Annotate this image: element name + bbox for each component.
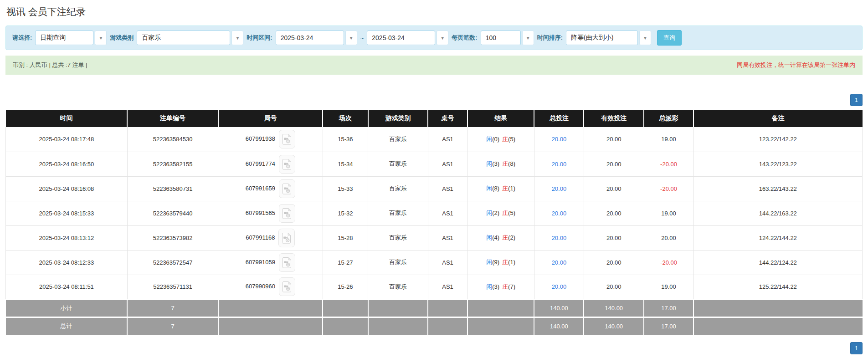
banker-count: (1) [508, 259, 515, 266]
player-count: (4) [492, 234, 499, 241]
total-label: 总计 [6, 317, 128, 335]
table-no-cell: AS1 [428, 152, 467, 176]
chevron-down-icon[interactable]: ▼ [345, 31, 357, 45]
video-replay-icon[interactable] [279, 277, 295, 296]
col-header-remark: 备注 [693, 110, 862, 127]
valid-bet-cell: 20.00 [584, 176, 644, 201]
total-bet-link[interactable]: 20.00 [552, 235, 567, 241]
chevron-down-icon[interactable]: ▼ [639, 31, 651, 45]
round-no: 607990960 [246, 283, 275, 290]
banker-result: 庄 [502, 234, 508, 241]
round-no-cell: 607991059 [218, 250, 323, 275]
player-result: 闲 [486, 136, 492, 143]
col-header-total-bet: 总投注 [534, 110, 584, 127]
payout-cell: -20.00 [644, 152, 693, 176]
game-type-cell: 百家乐 [368, 152, 428, 176]
total-bet-link[interactable]: 20.00 [552, 210, 567, 217]
date-from-picker[interactable]: 2025-03-24 ▼ [276, 31, 357, 45]
valid-bet-cell: 20.00 [584, 152, 644, 176]
table-header: 时间 注单编号 局号 场次 游戏类别 桌号 结果 总投注 有效投注 总派彩 备注 [6, 110, 863, 127]
banker-count: (5) [508, 136, 515, 143]
chevron-down-icon[interactable]: ▼ [522, 31, 534, 45]
col-header-bet-no: 注单编号 [127, 110, 218, 127]
bet-time-cell: 2025-03-24 08:16:50 [6, 152, 128, 176]
time-sort-select[interactable]: 降幂(由大到小) ▼ [566, 31, 651, 45]
banker-result: 庄 [502, 160, 508, 167]
pagination-bottom: 1 [5, 342, 863, 354]
query-type-select[interactable]: 日期查询 ▼ [35, 31, 107, 45]
currency-total-text: 币别 : 人民币 | 总共 :7 注单 | [13, 61, 87, 69]
video-replay-icon[interactable] [279, 130, 295, 148]
session-cell: 15-34 [323, 152, 368, 176]
total-payout: 17.00 [644, 317, 693, 335]
page-size-select[interactable]: 100 ▼ [481, 31, 534, 45]
banker-count: (1) [508, 185, 515, 192]
date-to-picker[interactable]: 2025-03-24 ▼ [367, 31, 448, 45]
remark-cell: 123.22/142.22 [693, 127, 862, 152]
video-replay-icon[interactable] [279, 155, 295, 174]
bet-time-cell: 2025-03-24 08:13:12 [6, 225, 128, 250]
total-bet-link[interactable]: 20.00 [552, 259, 567, 266]
game-type-label: 游戏类别 [110, 34, 134, 42]
chevron-down-icon[interactable]: ▼ [95, 31, 107, 45]
round-no-cell: 607991168 [218, 225, 323, 250]
range-tilde: ~ [360, 35, 364, 41]
page-1-button[interactable]: 1 [850, 342, 863, 354]
video-replay-icon[interactable] [279, 253, 295, 272]
round-no: 607991059 [246, 258, 275, 265]
page-1-button[interactable]: 1 [850, 94, 863, 106]
game-type-select[interactable]: 百家乐 ▼ [137, 31, 243, 45]
player-result: 闲 [486, 259, 492, 266]
col-header-time: 时间 [6, 110, 128, 127]
session-cell: 15-27 [323, 250, 368, 275]
table-no-cell: AS1 [428, 127, 467, 152]
subtotal-valid-bet: 140.00 [584, 299, 644, 317]
result-cell: 闲(4)庄(2) [467, 225, 534, 250]
player-count: (3) [492, 160, 499, 167]
session-cell: 15-33 [323, 176, 368, 201]
game-type-cell: 百家乐 [368, 127, 428, 152]
bet-no-cell: 522363579440 [127, 201, 218, 225]
time-sort-value[interactable]: 降幂(由大到小) [566, 31, 638, 45]
player-result: 闲 [486, 160, 492, 167]
remark-cell: 143.22/123.22 [693, 152, 862, 176]
valid-bet-cell: 20.00 [584, 250, 644, 275]
total-valid-bet: 140.00 [584, 317, 644, 335]
player-result: 闲 [486, 185, 492, 192]
video-replay-icon[interactable] [278, 229, 295, 247]
table-row: 2025-03-24 08:16:08 522363580731 6079916… [6, 176, 863, 201]
page-size-value[interactable]: 100 [481, 31, 521, 45]
total-bet-link[interactable]: 20.00 [552, 185, 567, 192]
col-header-table-no: 桌号 [428, 110, 467, 127]
chevron-down-icon[interactable]: ▼ [437, 31, 448, 45]
remark-cell: 163.22/143.22 [693, 176, 862, 201]
player-count: (9) [492, 259, 499, 266]
video-replay-icon[interactable] [279, 204, 295, 223]
total-bet-cell: 20.00 [534, 152, 584, 176]
player-count: (0) [492, 136, 499, 143]
total-bet-cell: 20.00 [534, 201, 584, 225]
round-no-cell: 607991774 [218, 152, 323, 176]
valid-bet-cell: 20.00 [584, 275, 644, 299]
chevron-down-icon[interactable]: ▼ [231, 31, 243, 45]
banker-count: (5) [508, 210, 515, 216]
date-from-value[interactable]: 2025-03-24 [276, 31, 344, 45]
bet-no-cell: 522363582155 [127, 152, 218, 176]
session-cell: 15-32 [323, 201, 368, 225]
video-replay-icon[interactable] [279, 179, 295, 198]
payout-cell: -20.00 [644, 176, 693, 201]
session-cell: 15-28 [323, 225, 368, 250]
total-bet-link[interactable]: 20.00 [552, 136, 567, 143]
date-to-value[interactable]: 2025-03-24 [367, 31, 435, 45]
banker-result: 庄 [502, 185, 508, 192]
total-bet-link[interactable]: 20.00 [552, 283, 567, 290]
query-type-value[interactable]: 日期查询 [35, 31, 93, 45]
session-cell: 15-26 [323, 275, 368, 299]
betting-records-table: 时间 注单编号 局号 场次 游戏类别 桌号 结果 总投注 有效投注 总派彩 备注… [5, 110, 863, 335]
valid-bet-cell: 20.00 [584, 127, 644, 152]
total-bet-link[interactable]: 20.00 [552, 161, 567, 168]
player-result: 闲 [486, 283, 492, 290]
game-type-value[interactable]: 百家乐 [137, 31, 230, 45]
query-button[interactable]: 查询 [657, 30, 682, 46]
table-row: 2025-03-24 08:15:33 522363579440 6079915… [6, 201, 863, 225]
